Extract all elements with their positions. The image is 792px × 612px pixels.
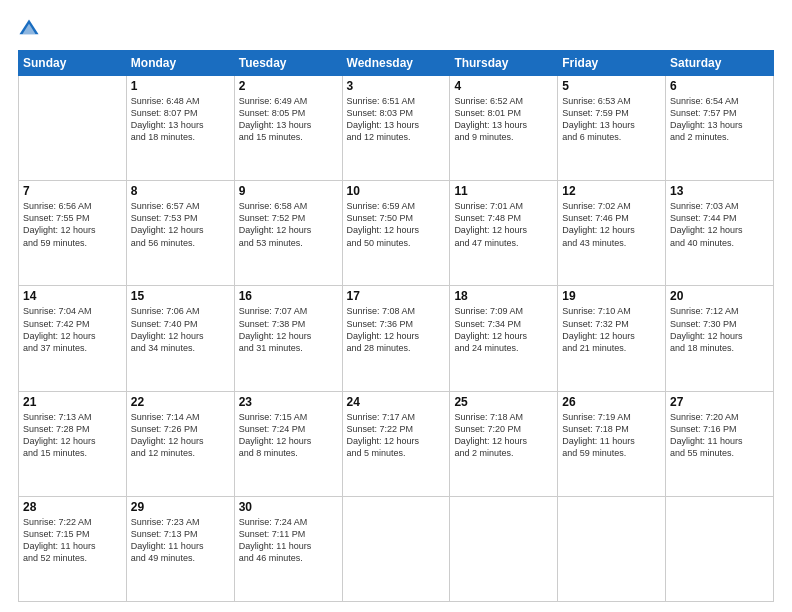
- calendar-cell: 9Sunrise: 6:58 AM Sunset: 7:52 PM Daylig…: [234, 181, 342, 286]
- day-number: 8: [131, 184, 230, 198]
- day-number: 15: [131, 289, 230, 303]
- calendar-cell: 4Sunrise: 6:52 AM Sunset: 8:01 PM Daylig…: [450, 76, 558, 181]
- day-number: 19: [562, 289, 661, 303]
- day-info: Sunrise: 7:20 AM Sunset: 7:16 PM Dayligh…: [670, 411, 769, 460]
- calendar-cell: 19Sunrise: 7:10 AM Sunset: 7:32 PM Dayli…: [558, 286, 666, 391]
- day-number: 25: [454, 395, 553, 409]
- day-number: 30: [239, 500, 338, 514]
- day-info: Sunrise: 7:10 AM Sunset: 7:32 PM Dayligh…: [562, 305, 661, 354]
- calendar-cell: 5Sunrise: 6:53 AM Sunset: 7:59 PM Daylig…: [558, 76, 666, 181]
- calendar-cell: 24Sunrise: 7:17 AM Sunset: 7:22 PM Dayli…: [342, 391, 450, 496]
- calendar-cell: 6Sunrise: 6:54 AM Sunset: 7:57 PM Daylig…: [666, 76, 774, 181]
- calendar-week-3: 21Sunrise: 7:13 AM Sunset: 7:28 PM Dayli…: [19, 391, 774, 496]
- day-number: 28: [23, 500, 122, 514]
- calendar-cell: 12Sunrise: 7:02 AM Sunset: 7:46 PM Dayli…: [558, 181, 666, 286]
- day-number: 17: [347, 289, 446, 303]
- day-number: 7: [23, 184, 122, 198]
- calendar-cell: [450, 496, 558, 601]
- calendar-table: SundayMondayTuesdayWednesdayThursdayFrid…: [18, 50, 774, 602]
- header: [18, 18, 774, 40]
- day-number: 1: [131, 79, 230, 93]
- day-info: Sunrise: 7:23 AM Sunset: 7:13 PM Dayligh…: [131, 516, 230, 565]
- calendar-header-sunday: Sunday: [19, 51, 127, 76]
- calendar-cell: [666, 496, 774, 601]
- day-info: Sunrise: 7:02 AM Sunset: 7:46 PM Dayligh…: [562, 200, 661, 249]
- day-number: 29: [131, 500, 230, 514]
- day-number: 13: [670, 184, 769, 198]
- day-info: Sunrise: 7:09 AM Sunset: 7:34 PM Dayligh…: [454, 305, 553, 354]
- calendar-cell: 13Sunrise: 7:03 AM Sunset: 7:44 PM Dayli…: [666, 181, 774, 286]
- calendar-cell: 29Sunrise: 7:23 AM Sunset: 7:13 PM Dayli…: [126, 496, 234, 601]
- calendar-header-tuesday: Tuesday: [234, 51, 342, 76]
- calendar-cell: 27Sunrise: 7:20 AM Sunset: 7:16 PM Dayli…: [666, 391, 774, 496]
- day-info: Sunrise: 7:18 AM Sunset: 7:20 PM Dayligh…: [454, 411, 553, 460]
- day-info: Sunrise: 7:22 AM Sunset: 7:15 PM Dayligh…: [23, 516, 122, 565]
- day-info: Sunrise: 7:12 AM Sunset: 7:30 PM Dayligh…: [670, 305, 769, 354]
- page: SundayMondayTuesdayWednesdayThursdayFrid…: [0, 0, 792, 612]
- calendar-cell: 22Sunrise: 7:14 AM Sunset: 7:26 PM Dayli…: [126, 391, 234, 496]
- day-number: 24: [347, 395, 446, 409]
- day-info: Sunrise: 6:52 AM Sunset: 8:01 PM Dayligh…: [454, 95, 553, 144]
- day-info: Sunrise: 6:53 AM Sunset: 7:59 PM Dayligh…: [562, 95, 661, 144]
- day-info: Sunrise: 7:24 AM Sunset: 7:11 PM Dayligh…: [239, 516, 338, 565]
- day-info: Sunrise: 6:58 AM Sunset: 7:52 PM Dayligh…: [239, 200, 338, 249]
- calendar-cell: 30Sunrise: 7:24 AM Sunset: 7:11 PM Dayli…: [234, 496, 342, 601]
- calendar-cell: 28Sunrise: 7:22 AM Sunset: 7:15 PM Dayli…: [19, 496, 127, 601]
- calendar-cell: 17Sunrise: 7:08 AM Sunset: 7:36 PM Dayli…: [342, 286, 450, 391]
- day-number: 20: [670, 289, 769, 303]
- logo: [18, 18, 42, 40]
- calendar-week-0: 1Sunrise: 6:48 AM Sunset: 8:07 PM Daylig…: [19, 76, 774, 181]
- day-number: 11: [454, 184, 553, 198]
- day-number: 9: [239, 184, 338, 198]
- day-number: 2: [239, 79, 338, 93]
- day-number: 23: [239, 395, 338, 409]
- day-info: Sunrise: 7:04 AM Sunset: 7:42 PM Dayligh…: [23, 305, 122, 354]
- calendar-cell: [342, 496, 450, 601]
- calendar-cell: [558, 496, 666, 601]
- day-info: Sunrise: 7:13 AM Sunset: 7:28 PM Dayligh…: [23, 411, 122, 460]
- day-info: Sunrise: 7:07 AM Sunset: 7:38 PM Dayligh…: [239, 305, 338, 354]
- calendar-cell: 18Sunrise: 7:09 AM Sunset: 7:34 PM Dayli…: [450, 286, 558, 391]
- day-info: Sunrise: 6:57 AM Sunset: 7:53 PM Dayligh…: [131, 200, 230, 249]
- calendar-cell: 15Sunrise: 7:06 AM Sunset: 7:40 PM Dayli…: [126, 286, 234, 391]
- day-info: Sunrise: 7:14 AM Sunset: 7:26 PM Dayligh…: [131, 411, 230, 460]
- calendar-cell: 11Sunrise: 7:01 AM Sunset: 7:48 PM Dayli…: [450, 181, 558, 286]
- calendar-cell: 14Sunrise: 7:04 AM Sunset: 7:42 PM Dayli…: [19, 286, 127, 391]
- calendar-header-monday: Monday: [126, 51, 234, 76]
- day-number: 27: [670, 395, 769, 409]
- day-number: 4: [454, 79, 553, 93]
- calendar-header-row: SundayMondayTuesdayWednesdayThursdayFrid…: [19, 51, 774, 76]
- day-number: 6: [670, 79, 769, 93]
- day-number: 18: [454, 289, 553, 303]
- day-number: 22: [131, 395, 230, 409]
- day-number: 14: [23, 289, 122, 303]
- day-info: Sunrise: 7:15 AM Sunset: 7:24 PM Dayligh…: [239, 411, 338, 460]
- day-number: 5: [562, 79, 661, 93]
- day-number: 16: [239, 289, 338, 303]
- calendar-week-4: 28Sunrise: 7:22 AM Sunset: 7:15 PM Dayli…: [19, 496, 774, 601]
- calendar-cell: 23Sunrise: 7:15 AM Sunset: 7:24 PM Dayli…: [234, 391, 342, 496]
- calendar-week-2: 14Sunrise: 7:04 AM Sunset: 7:42 PM Dayli…: [19, 286, 774, 391]
- calendar-cell: 16Sunrise: 7:07 AM Sunset: 7:38 PM Dayli…: [234, 286, 342, 391]
- day-info: Sunrise: 6:56 AM Sunset: 7:55 PM Dayligh…: [23, 200, 122, 249]
- calendar-cell: 10Sunrise: 6:59 AM Sunset: 7:50 PM Dayli…: [342, 181, 450, 286]
- day-info: Sunrise: 6:49 AM Sunset: 8:05 PM Dayligh…: [239, 95, 338, 144]
- day-number: 21: [23, 395, 122, 409]
- calendar-cell: 3Sunrise: 6:51 AM Sunset: 8:03 PM Daylig…: [342, 76, 450, 181]
- day-info: Sunrise: 7:01 AM Sunset: 7:48 PM Dayligh…: [454, 200, 553, 249]
- day-number: 26: [562, 395, 661, 409]
- calendar-header-wednesday: Wednesday: [342, 51, 450, 76]
- calendar-cell: 2Sunrise: 6:49 AM Sunset: 8:05 PM Daylig…: [234, 76, 342, 181]
- day-number: 10: [347, 184, 446, 198]
- day-number: 3: [347, 79, 446, 93]
- calendar-week-1: 7Sunrise: 6:56 AM Sunset: 7:55 PM Daylig…: [19, 181, 774, 286]
- calendar-cell: 20Sunrise: 7:12 AM Sunset: 7:30 PM Dayli…: [666, 286, 774, 391]
- day-info: Sunrise: 7:06 AM Sunset: 7:40 PM Dayligh…: [131, 305, 230, 354]
- day-info: Sunrise: 6:54 AM Sunset: 7:57 PM Dayligh…: [670, 95, 769, 144]
- day-number: 12: [562, 184, 661, 198]
- day-info: Sunrise: 7:19 AM Sunset: 7:18 PM Dayligh…: [562, 411, 661, 460]
- day-info: Sunrise: 7:03 AM Sunset: 7:44 PM Dayligh…: [670, 200, 769, 249]
- calendar-cell: 1Sunrise: 6:48 AM Sunset: 8:07 PM Daylig…: [126, 76, 234, 181]
- day-info: Sunrise: 7:17 AM Sunset: 7:22 PM Dayligh…: [347, 411, 446, 460]
- calendar-cell: 7Sunrise: 6:56 AM Sunset: 7:55 PM Daylig…: [19, 181, 127, 286]
